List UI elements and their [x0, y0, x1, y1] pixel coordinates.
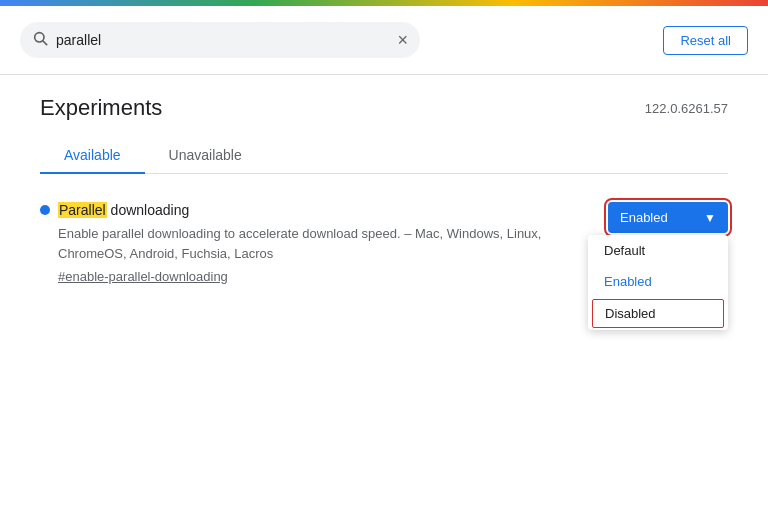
- clear-icon[interactable]: ×: [397, 31, 408, 49]
- experiment-link[interactable]: #enable-parallel-downloading: [58, 269, 568, 284]
- highlight-text: Parallel: [58, 202, 107, 218]
- dropdown-option-disabled[interactable]: Disabled: [592, 299, 724, 328]
- page-title: Experiments: [40, 95, 162, 121]
- main-content: Experiments 122.0.6261.57 Available Unav…: [0, 75, 768, 312]
- tabs-container: Available Unavailable: [40, 137, 728, 174]
- dropdown-option-enabled[interactable]: Enabled: [588, 266, 728, 297]
- version-text: 122.0.6261.57: [645, 101, 728, 116]
- chevron-down-icon: ▼: [704, 211, 716, 225]
- tab-available[interactable]: Available: [40, 137, 145, 173]
- experiment-description: Enable parallel downloading to accelerat…: [58, 224, 568, 263]
- experiment-name: Parallel downloading: [58, 202, 189, 218]
- experiment-text-col: Parallel downloading Enable parallel dow…: [40, 202, 568, 284]
- svg-line-1: [43, 41, 47, 45]
- dropdown-option-default[interactable]: Default: [588, 235, 728, 266]
- search-area: × Reset all: [0, 6, 768, 75]
- dropdown-wrapper: Enabled ▼ Default Enabled Disabled: [608, 202, 728, 233]
- experiments-header: Experiments 122.0.6261.57: [40, 95, 728, 121]
- search-box: ×: [20, 22, 420, 58]
- tab-unavailable[interactable]: Unavailable: [145, 137, 266, 173]
- dropdown-button[interactable]: Enabled ▼: [608, 202, 728, 233]
- reset-all-button[interactable]: Reset all: [663, 26, 748, 55]
- dropdown-menu: Default Enabled Disabled: [588, 235, 728, 330]
- experiment-row: Parallel downloading Enable parallel dow…: [40, 202, 728, 284]
- dropdown-current-value: Enabled: [620, 210, 668, 225]
- experiment-item: Parallel downloading Enable parallel dow…: [40, 194, 728, 292]
- search-icon: [32, 30, 48, 50]
- search-input[interactable]: [56, 32, 389, 48]
- experiment-title-row: Parallel downloading: [40, 202, 568, 218]
- status-dot: [40, 205, 50, 215]
